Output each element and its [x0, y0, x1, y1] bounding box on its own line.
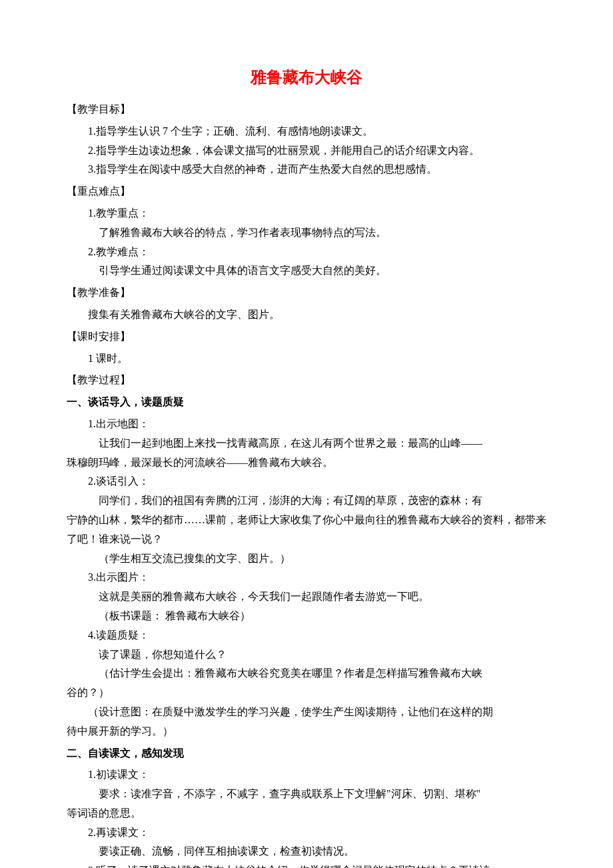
time-body: 1 课时。 — [67, 349, 546, 369]
section2-header: 二、自读课文，感知发现 — [67, 744, 546, 763]
s1-4-label: 4.读题质疑： — [67, 626, 546, 645]
proc-header: 【教学过程】 — [67, 371, 546, 390]
keypoints-header: 【重点难点】 — [67, 182, 546, 201]
s1-4-design-b: 待中展开新的学习。） — [67, 722, 546, 741]
s1-3-label: 3.出示图片： — [67, 568, 546, 587]
s1-3-body: 这就是美丽的雅鲁藏布大峡谷，今天我们一起跟随作者去游览一下吧。 — [67, 587, 546, 607]
s1-2-note: （学生相互交流已搜集的文字、图片。） — [67, 549, 546, 569]
section1-header: 一、谈话导入，读题质疑 — [67, 393, 546, 412]
s1-1-body-a: 让我们一起到地图上来找一找青藏高原，在这儿有两个世界之最：最高的山峰—— — [67, 434, 546, 453]
s2-1-body-b: 等词语的意思。 — [67, 804, 546, 823]
kp1-body: 了解雅鲁藏布大峡谷的特点，学习作者表现事物特点的写法。 — [67, 223, 546, 243]
kp2-body: 引导学生通过阅读课文中具体的语言文字感受大自然的美好。 — [67, 261, 546, 281]
goal-item-2: 2.指导学生边读边想象，体会课文描写的壮丽景观，并能用自己的话介绍课文内容。 — [67, 141, 546, 161]
goal-item-3: 3.指导学生在阅读中感受大自然的神奇，进而产生热爱大自然的思想感情。 — [67, 160, 546, 179]
s2-2-label: 2.再读课文： — [67, 823, 546, 843]
s1-3-note: （板书课题： 雅鲁藏布大峡谷） — [67, 607, 546, 626]
s2-1-body-a: 要求：读准字音，不添字，不减字，查字典或联系上下文理解"河床、切割、堪称" — [67, 785, 546, 804]
time-header: 【课时安排】 — [67, 327, 546, 347]
s1-4-est-a: （估计学生会提出：雅鲁藏布大峡谷究竟美在哪里？作者是怎样描写雅鲁藏布大峡 — [67, 664, 546, 683]
s1-2-label: 2.谈话引入： — [67, 472, 546, 491]
goals-header: 【教学目标】 — [67, 100, 546, 119]
s1-1-label: 1.出示地图： — [67, 415, 546, 434]
kp1-label: 1.教学重点： — [67, 204, 546, 223]
goal-item-1: 1.指导学生认识 7 个生字；正确、流利、有感情地朗读课文。 — [67, 122, 546, 141]
s1-1-body-b: 珠穆朗玛峰，最深最长的河流峡谷——雅鲁藏布大峡谷。 — [67, 453, 546, 473]
document-page: 雅鲁藏布大峡谷 【教学目标】 1.指导学生认识 7 个生字；正确、流利、有感情地… — [0, 0, 613, 868]
s2-1-label: 1.初读课文： — [67, 765, 546, 785]
s1-2-body-b: 宁静的山林，繁华的都市……课前，老师让大家收集了你心中最向往的雅鲁藏布大峡谷的资… — [67, 511, 546, 549]
s1-2-body-a: 同学们，我们的祖国有奔腾的江河，澎湃的大海；有辽阔的草原，茂密的森林；有 — [67, 491, 546, 511]
prep-header: 【教学准备】 — [67, 283, 546, 303]
s1-4-q: 读了课题，你想知道什么？ — [67, 645, 546, 665]
s2-3-body-a: 3.听了、读了课文对雅鲁藏布大峡谷的介绍，你觉得哪个词最能体现它的特点？再读读 — [67, 861, 546, 868]
document-title: 雅鲁藏布大峡谷 — [67, 67, 546, 88]
s1-4-est-b: 谷的？） — [67, 683, 546, 703]
s1-4-design-a: （设计意图：在质疑中激发学生的学习兴趣，使学生产生阅读期待，让他们在这样的期 — [67, 703, 546, 722]
kp2-label: 2.教学难点： — [67, 243, 546, 262]
prep-body: 搜集有关雅鲁藏布大峡谷的文字、图片。 — [67, 305, 546, 325]
s2-2-body: 要读正确、流畅，同伴互相抽读课文，检查初读情况。 — [67, 842, 546, 861]
